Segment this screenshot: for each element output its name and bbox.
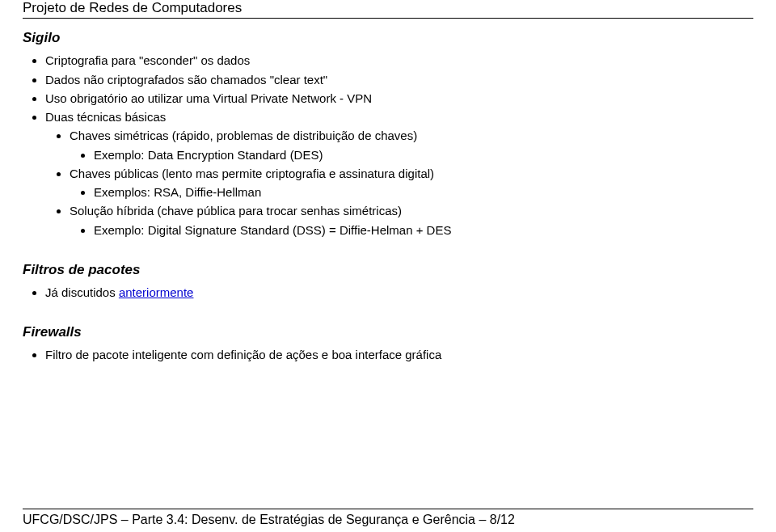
sublist: Exemplo: Data Encryption Standard (DES) [70, 146, 753, 164]
page-content: Projeto de Redes de Computadores Sigilo … [0, 0, 776, 364]
text-prefix: Já discutidos [45, 285, 119, 299]
footer-left: UFCG/DSC/JPS – Parte 3.4: Desenv. de Est… [23, 513, 515, 527]
list-item: Chaves públicas (lento mas permite cript… [70, 164, 753, 202]
list-item: Filtro de pacote inteligente com definiç… [45, 345, 753, 364]
list-item: Chaves simétricas (rápido, problemas de … [70, 126, 753, 164]
heading-filtros: Filtros de pacotes [23, 262, 753, 278]
list-item: Exemplo: Data Encryption Standard (DES) [94, 146, 753, 164]
list-item: Dados não criptografados são chamados "c… [45, 70, 753, 89]
section-filtros: Filtros de pacotes Já discutidos anterio… [23, 262, 753, 302]
sublist: Chaves simétricas (rápido, problemas de … [45, 126, 753, 239]
list-item: Duas técnicas básicas Chaves simétricas … [45, 108, 753, 239]
list-item: Já discutidos anteriormente [45, 283, 753, 302]
list-firewalls: Filtro de pacote inteligente com definiç… [23, 345, 753, 364]
list-item-label: Chaves simétricas (rápido, problemas de … [70, 129, 417, 142]
list-item: Uso obrigatório ao utilizar uma Virtual … [45, 89, 753, 108]
sublist: Exemplo: Digital Signature Standard (DSS… [70, 221, 753, 239]
list-item: Exemplos: RSA, Diffie-Hellman [94, 183, 753, 201]
list-filtros: Já discutidos anteriormente [23, 283, 753, 302]
heading-sigilo: Sigilo [23, 30, 753, 46]
list-item: Exemplo: Digital Signature Standard (DSS… [94, 221, 753, 239]
sublist: Exemplos: RSA, Diffie-Hellman [70, 183, 753, 201]
footer-line: UFCG/DSC/JPS – Parte 3.4: Desenv. de Est… [23, 509, 753, 527]
list-item: Solução híbrida (chave pública para troc… [70, 201, 753, 239]
list-item-label: Chaves públicas (lento mas permite cript… [70, 167, 434, 180]
list-sigilo: Criptografia para "esconder" os dados Da… [23, 51, 753, 239]
heading-firewalls: Firewalls [23, 324, 753, 340]
page-footer: UFCG/DSC/JPS – Parte 3.4: Desenv. de Est… [23, 509, 753, 527]
link-anteriormente[interactable]: anteriormente [119, 285, 194, 299]
section-sigilo: Sigilo Criptografia para "esconder" os d… [23, 30, 753, 239]
page-header: Projeto de Redes de Computadores [23, 0, 753, 19]
section-firewalls: Firewalls Filtro de pacote inteligente c… [23, 324, 753, 364]
list-item: Criptografia para "esconder" os dados [45, 51, 753, 70]
page-title: Projeto de Redes de Computadores [23, 0, 753, 16]
list-item-label: Solução híbrida (chave pública para troc… [70, 204, 402, 217]
list-item-label: Duas técnicas básicas [45, 110, 166, 124]
